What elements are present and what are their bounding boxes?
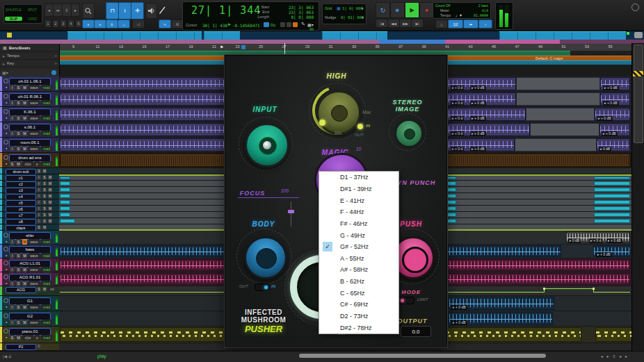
- track-header-piano-01[interactable]: piano.01●SMclpspread: [0, 327, 59, 343]
- track-header-oh-01-r-06-1[interactable]: oh.01 R.06.1●ISMwaveread: [0, 92, 59, 107]
- solo-button[interactable]: S: [42, 213, 47, 217]
- tab-transient-button[interactable]: «: [82, 19, 95, 28]
- midi-clip[interactable]: [60, 188, 70, 192]
- pencil-mode-icon[interactable]: ✎: [301, 22, 305, 27]
- track-header-acg[interactable]: ACGSMvol: [0, 286, 59, 296]
- read-selector[interactable]: read: [41, 115, 52, 121]
- record-enable-icon[interactable]: [3, 261, 8, 265]
- input-button[interactable]: I: [37, 181, 41, 186]
- session-overview-strip[interactable]: [0, 31, 644, 40]
- track-list-menu-icon[interactable]: ▦▾: [2, 70, 8, 75]
- mute-button[interactable]: M: [16, 335, 21, 340]
- track-input-icon[interactable]: ●: [6, 101, 7, 104]
- solo-button[interactable]: S: [16, 281, 21, 286]
- dropdown-item[interactable]: G - 49Hz: [319, 229, 399, 241]
- wave-selector[interactable]: wave: [29, 146, 40, 151]
- midi-clip[interactable]: [594, 181, 630, 186]
- bottom-left-icons[interactable]: |◀ ⇊: [3, 354, 12, 359]
- input-knob[interactable]: [245, 123, 289, 167]
- record-enable-icon[interactable]: [3, 140, 8, 145]
- grid-label[interactable]: Grid: [325, 6, 332, 10]
- high-inout-toggle[interactable]: [357, 124, 363, 129]
- midi-merge-button[interactable]: ➦: [463, 19, 478, 28]
- read-selector[interactable]: read: [41, 146, 52, 151]
- solo-button[interactable]: S: [16, 146, 21, 151]
- solo-button[interactable]: S: [42, 219, 47, 224]
- mute-button[interactable]: M: [22, 267, 27, 272]
- record-enable-icon[interactable]: [3, 298, 8, 303]
- fast-forward-button[interactable]: ▶▶: [399, 19, 412, 28]
- track-header-p2[interactable]: P2I: [0, 343, 59, 351]
- clps-selector[interactable]: clps: [22, 335, 33, 340]
- status-chip-2[interactable]: [287, 22, 291, 27]
- zoom-preset-4[interactable]: 4: [67, 19, 74, 28]
- midi-clip[interactable]: [595, 327, 636, 342]
- zoom-vertical-icon[interactable]: ⇳: [62, 3, 72, 17]
- tempo-label[interactable]: Tempo: [440, 13, 451, 17]
- rewind-button[interactable]: ◀◀: [387, 19, 400, 28]
- input-button[interactable]: I: [37, 175, 41, 180]
- timeline-insertion-icon[interactable]: [264, 22, 269, 27]
- wave-selector[interactable]: wave: [29, 253, 40, 258]
- mute-button[interactable]: M: [48, 175, 52, 180]
- input-button[interactable]: I: [37, 188, 41, 192]
- track-name[interactable]: ACG: [6, 287, 36, 293]
- midi-clip[interactable]: [594, 213, 630, 217]
- go-to-end-button[interactable]: ▶|: [411, 19, 424, 28]
- solo-button[interactable]: S: [42, 206, 47, 211]
- record-enable-icon[interactable]: [3, 155, 8, 160]
- midi-clip[interactable]: [594, 200, 630, 204]
- zoom-preset-1[interactable]: 1: [45, 19, 51, 28]
- read-selector[interactable]: read: [41, 335, 52, 340]
- track-header-g1[interactable]: G1●ISMwaveread: [0, 296, 59, 311]
- track-input-icon[interactable]: ●: [6, 162, 7, 165]
- track-header-c2[interactable]: c2ISM: [0, 181, 59, 187]
- track-header-k-06-1[interactable]: K.06.1●ISMwaveread: [0, 107, 59, 122]
- dropdown-item[interactable]: E - 41Hz: [319, 195, 399, 206]
- countoff-value[interactable]: 2 bars: [478, 3, 488, 8]
- wave-selector[interactable]: wave: [29, 131, 40, 136]
- clps-selector[interactable]: clps: [22, 161, 33, 167]
- mute-button[interactable]: M: [42, 225, 47, 230]
- solo-button[interactable]: S: [16, 239, 21, 245]
- focus-slider-handle[interactable]: [288, 210, 294, 213]
- session-name-row[interactable]: ▦BencBeats: [0, 44, 59, 52]
- grid-mode-icon[interactable]: ▦▾: [307, 22, 314, 27]
- dropdown-item[interactable]: A# - 58Hz: [319, 264, 399, 276]
- input-button[interactable]: I: [10, 100, 15, 106]
- solo-button[interactable]: S: [16, 131, 21, 136]
- track-input-icon[interactable]: ●: [6, 85, 7, 89]
- track-header-g2[interactable]: G2●ISMwaveread: [0, 311, 59, 327]
- read-selector[interactable]: read: [41, 304, 52, 310]
- track-header-c3[interactable]: c3ISM: [0, 187, 59, 193]
- solo-button[interactable]: S: [42, 194, 47, 199]
- track-input-icon[interactable]: ●: [6, 320, 7, 324]
- track-input-icon[interactable]: ●: [6, 131, 7, 135]
- dropdown-item[interactable]: F# - 46Hz: [319, 218, 399, 230]
- wave-selector[interactable]: wave: [29, 115, 40, 121]
- read-selector[interactable]: read: [41, 320, 52, 325]
- track-header-c5[interactable]: c5ISM: [0, 199, 59, 206]
- midi-clip[interactable]: [60, 176, 70, 179]
- empty-region[interactable]: [526, 108, 595, 121]
- solo-button[interactable]: S: [42, 181, 47, 186]
- grid-value-icon[interactable]: ▦: [337, 6, 341, 10]
- track-input-icon[interactable]: ●: [6, 268, 7, 271]
- pencil-tool-button[interactable]: [158, 3, 167, 17]
- dropdown-item[interactable]: B - 62Hz: [319, 276, 399, 288]
- mute-button[interactable]: M: [48, 181, 52, 186]
- midi-clip[interactable]: [594, 188, 630, 192]
- dropdown-item[interactable]: F - 44Hz: [319, 206, 399, 218]
- mute-button[interactable]: M: [42, 287, 47, 292]
- midi-clip[interactable]: [594, 194, 630, 198]
- read-selector[interactable]: read: [41, 267, 52, 272]
- input-button[interactable]: I: [10, 115, 15, 121]
- quarter-note-icon[interactable]: ♩▾: [456, 13, 462, 17]
- record-enable-icon[interactable]: [3, 233, 8, 238]
- selector-tool-button[interactable]: I: [118, 2, 131, 19]
- zoomer-tool-button[interactable]: [82, 3, 95, 19]
- wave-selector[interactable]: wave: [29, 85, 40, 90]
- track-header-c6[interactable]: c6ISM: [0, 206, 59, 212]
- playhead-grab-icon[interactable]: [241, 45, 245, 49]
- input-button[interactable]: I: [10, 239, 15, 245]
